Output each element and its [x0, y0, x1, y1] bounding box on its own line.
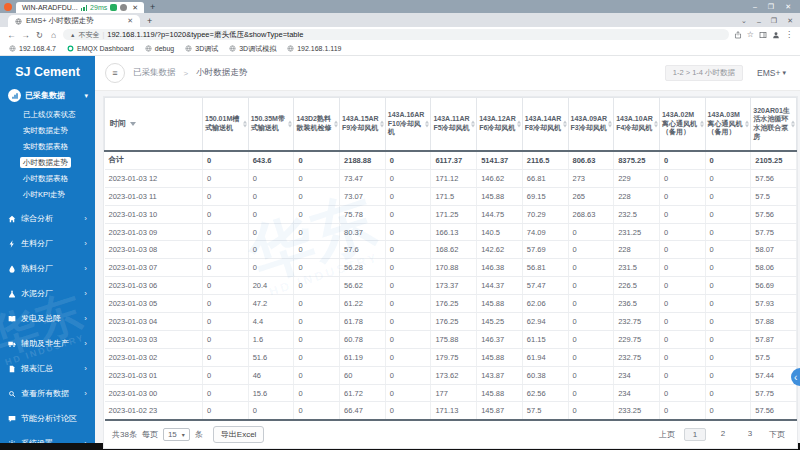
- range-label: 1-2 > 1-4 小时数据: [665, 65, 743, 81]
- home-icon[interactable]: ⌂: [49, 30, 58, 40]
- forward-icon[interactable]: →: [21, 30, 30, 40]
- rdp-minimize-icon[interactable]: –: [753, 3, 757, 11]
- sidebar-item[interactable]: 报表汇总›: [0, 356, 95, 381]
- maximize-icon[interactable]: ❐: [771, 17, 777, 25]
- sidebar-subitem[interactable]: 小时数据表格: [0, 171, 95, 187]
- value-cell: 231.25: [614, 223, 660, 241]
- sidebar-item-label: 系统设置: [21, 438, 53, 443]
- column-header-time[interactable]: 时间: [105, 98, 203, 152]
- export-excel-button[interactable]: 导出Excel: [213, 426, 265, 443]
- sidebar-subitem[interactable]: 实时数据表格: [0, 139, 95, 155]
- value-cell: 145.88: [477, 187, 523, 205]
- bookmark-item[interactable]: 192.168.1.119: [287, 45, 341, 52]
- sidebar-item[interactable]: 熟料分厂›: [0, 256, 95, 281]
- value-cell: 0: [294, 223, 340, 241]
- bolt-icon: [8, 240, 16, 248]
- next-page-button[interactable]: 下页: [769, 429, 785, 440]
- reading-list-icon[interactable]: [759, 31, 767, 39]
- breadcrumb-parent[interactable]: 已采集数据: [133, 67, 176, 79]
- value-cell: 226.5: [614, 277, 660, 295]
- bookmark-label: 192.168.4.7: [19, 45, 56, 52]
- back-icon[interactable]: ←: [7, 30, 16, 40]
- page-number-button[interactable]: 2: [713, 428, 733, 441]
- menu-dots-icon[interactable]: ⋮: [785, 30, 793, 39]
- column-header[interactable]: 150.35M带式输送机: [248, 98, 294, 152]
- unit-label: 条: [195, 429, 203, 440]
- sidebar-item[interactable]: 节能分析讨论区: [0, 406, 95, 431]
- bookmark-label: 3D调试: [195, 44, 218, 54]
- value-cell: 57.75: [751, 223, 797, 241]
- column-header[interactable]: 143D2熟料散装机检修: [294, 98, 340, 152]
- session-settings-icon[interactable]: [120, 4, 127, 11]
- reload-icon[interactable]: ↻: [35, 30, 44, 40]
- bookmark-item[interactable]: 192.168.4.7: [9, 45, 56, 52]
- close-tab-icon[interactable]: ✕: [127, 17, 133, 25]
- rdp-maximize-icon[interactable]: ❐: [768, 3, 774, 11]
- column-header[interactable]: 150.01M槽式输送机: [203, 98, 249, 152]
- value-cell: 0: [705, 295, 751, 313]
- profile-icon[interactable]: [772, 31, 780, 39]
- rdp-session-tab[interactable]: WIN-ARADFDU... 29ms ✕: [16, 2, 144, 13]
- share-icon[interactable]: [734, 31, 742, 39]
- column-header[interactable]: 320AR01生活水池循环水池联合泵房: [751, 98, 797, 152]
- value-cell: 173.62: [431, 366, 477, 384]
- column-header[interactable]: 143A.16ARF10冷却风机: [385, 98, 431, 152]
- sidebar-item[interactable]: 查看所有数据›: [0, 381, 95, 406]
- sidebar-item[interactable]: 发电及总降›: [0, 306, 95, 331]
- prev-page-button[interactable]: 上页: [659, 429, 675, 440]
- value-cell: 146.38: [477, 259, 523, 277]
- column-header[interactable]: 143A.14ARF8冷却风机: [522, 98, 568, 152]
- column-header[interactable]: 143A.12ARF6冷却风机: [477, 98, 523, 152]
- close-icon[interactable]: ✕: [787, 17, 793, 25]
- sidebar-item[interactable]: 综合分析›: [0, 206, 95, 231]
- address-bar[interactable]: ▲ 不安全 | 192.168.1.119/?p=1020&typee=磨头低压…: [63, 29, 729, 40]
- bookmark-item[interactable]: 3D调试模拟: [229, 44, 276, 54]
- sidebar-subitem[interactable]: 实时数据走势: [0, 123, 95, 139]
- minimize-icon[interactable]: –: [757, 18, 761, 25]
- bookmark-item[interactable]: 3D调试: [185, 44, 218, 54]
- dashboard-icon: [8, 89, 21, 102]
- tab-search-icon[interactable]: ⌄: [741, 17, 747, 25]
- rdp-close-icon[interactable]: ✕: [785, 3, 791, 11]
- value-cell: 0: [248, 402, 294, 420]
- menu-toggle-button[interactable]: ≡: [105, 63, 125, 83]
- page-size-select[interactable]: 15 ▾: [163, 428, 190, 441]
- table-row: 2023-01-03 0404.4061.780176.25145.2562.9…: [105, 313, 797, 331]
- column-header-label: 320AR01生活水池循环水池联合泵房: [753, 107, 790, 140]
- value-cell: 57.47: [522, 277, 568, 295]
- column-header[interactable]: 143A.03M离心通风机（备用）: [705, 98, 751, 152]
- value-cell: 56.62: [340, 277, 386, 295]
- sidebar-subitem-label: 小时KPI走势: [20, 189, 68, 200]
- content-topbar: ≡ 已采集数据 > 小时数据走势 1-2 > 1-4 小时数据 EMS+▾: [95, 56, 800, 91]
- session-record-icon[interactable]: [110, 4, 117, 11]
- column-header[interactable]: 143A.09ARF3冷却风机: [568, 98, 614, 152]
- value-cell: 80.37: [340, 223, 386, 241]
- sidebar-group-collected-data[interactable]: 已采集数据 ▾: [0, 86, 95, 105]
- close-session-icon[interactable]: ✕: [132, 4, 138, 12]
- sidebar-subitem[interactable]: 小时数据走势: [0, 155, 95, 171]
- sidebar-item[interactable]: 辅助及非生产›: [0, 331, 95, 356]
- column-header[interactable]: 143A.02M离心通风机（备用）: [659, 98, 705, 152]
- column-header[interactable]: 143A.10ARF4冷却风机: [614, 98, 660, 152]
- sidebar-item[interactable]: 系统设置›: [0, 431, 95, 443]
- sidebar-item[interactable]: 水泥分厂›: [0, 281, 95, 306]
- page-number-button[interactable]: 3: [740, 428, 760, 441]
- user-menu[interactable]: EMS+▾: [757, 68, 786, 78]
- bookmark-item[interactable]: EMQX Dashboard: [67, 45, 134, 52]
- value-cell: 0: [385, 384, 431, 402]
- data-card: 时间150.01M槽式输送机150.35M带式输送机143D2熟料散装机检修14…: [103, 96, 798, 449]
- bookmark-star-icon[interactable]: ☆: [747, 30, 754, 39]
- column-header[interactable]: 143A.15ARF9冷却风机: [340, 98, 386, 152]
- column-header[interactable]: 143A.11ARF5冷却风机: [431, 98, 477, 152]
- bookmark-item[interactable]: debug: [145, 45, 174, 52]
- new-session-icon[interactable]: +: [150, 2, 155, 12]
- value-cell: 0: [659, 205, 705, 223]
- sidebar-subitem[interactable]: 小时KPI走势: [0, 187, 95, 203]
- page-number-button[interactable]: 1: [684, 428, 706, 441]
- new-tab-icon[interactable]: +: [147, 16, 152, 26]
- sidebar-item[interactable]: 生料分厂›: [0, 231, 95, 256]
- time-cell: 2023-01-03 10: [105, 205, 203, 223]
- value-cell: 0: [659, 223, 705, 241]
- browser-tab[interactable]: EMS+ 小时数据走势 ✕: [8, 15, 140, 27]
- sidebar-subitem[interactable]: 已上线仪表状态: [0, 107, 95, 123]
